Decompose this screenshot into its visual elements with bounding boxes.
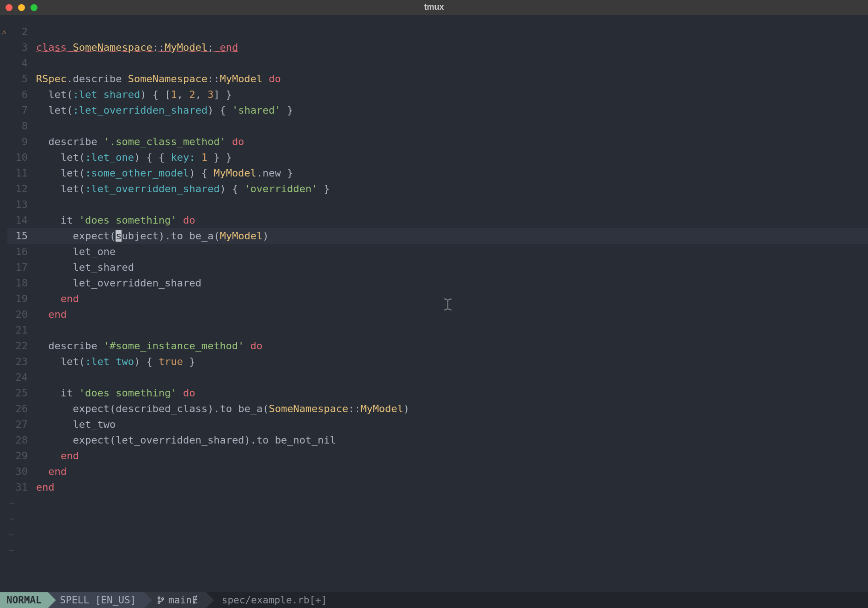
line-number: 30: [7, 464, 36, 480]
sign-column: ⚠: [0, 24, 7, 592]
line-number: 20: [7, 307, 36, 322]
line-number: 2: [7, 24, 36, 40]
code-content[interactable]: expect(let_overridden_shared).to be_not_…: [36, 432, 868, 448]
code-line[interactable]: 17 let_shared: [7, 260, 868, 275]
line-number: 7: [7, 103, 36, 118]
status-mode: NORMAL: [0, 592, 48, 608]
empty-line-tilde: ~: [7, 527, 868, 542]
code-content[interactable]: let(:let_overridden_shared) { 'overridde…: [36, 181, 868, 197]
status-spell: SPELL [EN_US]: [48, 592, 144, 608]
line-number: 16: [7, 244, 36, 260]
line-number: 15: [7, 228, 36, 244]
line-number: 4: [7, 55, 36, 71]
line-number: 18: [7, 275, 36, 291]
line-number: 11: [7, 165, 36, 181]
line-number: 26: [7, 401, 36, 417]
empty-line-tilde: ~: [7, 495, 868, 511]
line-number: 10: [7, 150, 36, 165]
code-content[interactable]: end: [36, 291, 868, 307]
code-line[interactable]: 12 let(:let_overridden_shared) { 'overri…: [7, 181, 868, 197]
code-content[interactable]: expect(described_class).to be_a(SomeName…: [36, 401, 868, 417]
line-number: 3: [7, 40, 36, 55]
empty-line-tilde: ~: [7, 511, 868, 527]
code-content[interactable]: end: [36, 464, 868, 480]
line-number: 27: [7, 417, 36, 432]
code-content[interactable]: let(:let_two) { true }: [36, 354, 868, 370]
status-filename: spec/example.rb[+]: [206, 592, 336, 608]
line-number: 29: [7, 448, 36, 464]
code-content[interactable]: expect(subject).to be_a(MyModel): [36, 228, 868, 244]
branch-name: mainɆ: [168, 593, 198, 608]
code-content[interactable]: it 'does something' do: [36, 213, 868, 228]
code-content[interactable]: let_shared: [36, 260, 868, 275]
line-number: 24: [7, 370, 36, 385]
line-number: 6: [7, 87, 36, 103]
code-line[interactable]: 22 describe '#some_instance_method' do: [7, 338, 868, 354]
line-number: 8: [7, 118, 36, 134]
line-number: 21: [7, 322, 36, 338]
code-line[interactable]: 11 let(:some_other_model) { MyModel.new …: [7, 165, 868, 181]
line-number: 13: [7, 197, 36, 213]
code-line[interactable]: 4: [7, 55, 868, 71]
code-line[interactable]: 29 end: [7, 448, 868, 464]
svg-point-2: [162, 598, 164, 600]
code-line[interactable]: 10 let(:let_one) { { key: 1 } }: [7, 150, 868, 165]
code-line[interactable]: 9 describe '.some_class_method' do: [7, 134, 868, 150]
line-number: 28: [7, 432, 36, 448]
code-content[interactable]: let_one: [36, 244, 868, 260]
code-content[interactable]: end: [36, 307, 868, 322]
code-line[interactable]: 5RSpec.describe SomeNamespace::MyModel d…: [7, 71, 868, 87]
code-line[interactable]: 21: [7, 322, 868, 338]
code-line[interactable]: 30 end: [7, 464, 868, 480]
code-line[interactable]: 7 let(:let_overridden_shared) { 'shared'…: [7, 103, 868, 118]
code-content[interactable]: let(:let_shared) { [1, 2, 3] }: [36, 87, 868, 103]
line-number: 31: [7, 480, 36, 495]
titlebar: tmux: [0, 0, 868, 15]
zoom-icon[interactable]: [31, 4, 37, 11]
minimize-icon[interactable]: [18, 4, 25, 11]
code-content[interactable]: let_overridden_shared: [36, 275, 868, 291]
code-content[interactable]: class SomeNamespace::MyModel; end: [36, 40, 868, 55]
line-number: 14: [7, 213, 36, 228]
code-line[interactable]: 31end: [7, 480, 868, 495]
gutter-sign: ⚠: [0, 24, 7, 40]
line-number: 17: [7, 260, 36, 275]
line-number: 19: [7, 291, 36, 307]
code-line[interactable]: 2: [7, 24, 868, 40]
code-line[interactable]: 3class SomeNamespace::MyModel; end: [7, 40, 868, 55]
code-line[interactable]: 19 end: [7, 291, 868, 307]
code-line[interactable]: 13: [7, 197, 868, 213]
code-line[interactable]: 18 let_overridden_shared: [7, 275, 868, 291]
traffic-lights: [6, 4, 37, 11]
close-icon[interactable]: [6, 4, 12, 11]
code-content[interactable]: end: [36, 448, 868, 464]
code-content[interactable]: describe '#some_instance_method' do: [36, 338, 868, 354]
code-line[interactable]: 26 expect(described_class).to be_a(SomeN…: [7, 401, 868, 417]
code-line[interactable]: 8: [7, 118, 868, 134]
line-number: 22: [7, 338, 36, 354]
line-number: 23: [7, 354, 36, 370]
code-content[interactable]: let(:let_one) { { key: 1 } }: [36, 150, 868, 165]
code-line[interactable]: 16 let_one: [7, 244, 868, 260]
code-content[interactable]: RSpec.describe SomeNamespace::MyModel do: [36, 71, 868, 87]
line-number: 12: [7, 181, 36, 197]
code-line[interactable]: 15 expect(subject).to be_a(MyModel): [7, 228, 868, 244]
code-line[interactable]: 25 it 'does something' do: [7, 385, 868, 401]
statusbar: NORMAL SPELL [EN_US] mainɆ spec/example.…: [0, 592, 868, 608]
code-lines[interactable]: 23class SomeNamespace::MyModel; end45RSp…: [7, 24, 868, 592]
editor[interactable]: ⚠ 23class SomeNamespace::MyModel; end45R…: [0, 15, 868, 592]
code-content[interactable]: let(:let_overridden_shared) { 'shared' }: [36, 103, 868, 118]
code-line[interactable]: 27 let_two: [7, 417, 868, 432]
code-content[interactable]: it 'does something' do: [36, 385, 868, 401]
code-line[interactable]: 14 it 'does something' do: [7, 213, 868, 228]
code-line[interactable]: 24: [7, 370, 868, 385]
code-content[interactable]: let_two: [36, 417, 868, 432]
status-branch: mainɆ: [144, 592, 206, 608]
code-content[interactable]: describe '.some_class_method' do: [36, 134, 868, 150]
code-line[interactable]: 28 expect(let_overridden_shared).to be_n…: [7, 432, 868, 448]
code-line[interactable]: 20 end: [7, 307, 868, 322]
code-line[interactable]: 23 let(:let_two) { true }: [7, 354, 868, 370]
code-content[interactable]: end: [36, 480, 868, 495]
code-content[interactable]: let(:some_other_model) { MyModel.new }: [36, 165, 868, 181]
code-line[interactable]: 6 let(:let_shared) { [1, 2, 3] }: [7, 87, 868, 103]
